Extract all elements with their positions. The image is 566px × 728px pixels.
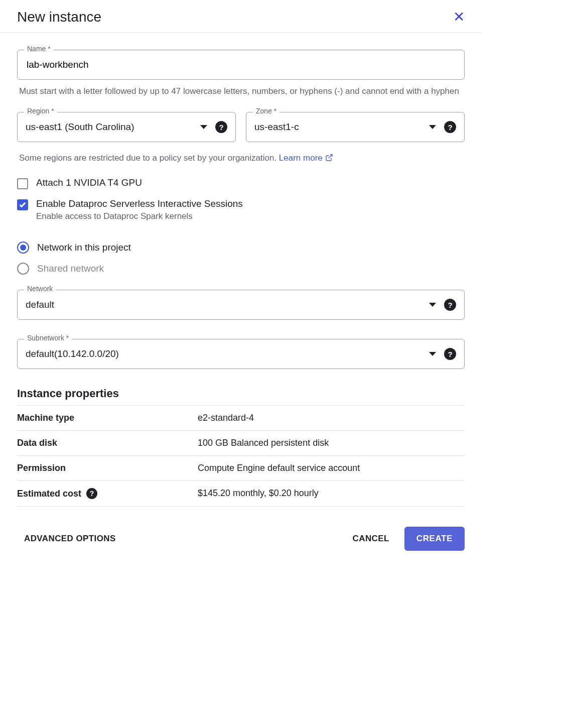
cancel-button[interactable]: CANCEL: [346, 529, 396, 549]
learn-more-link[interactable]: Learn more: [279, 153, 333, 163]
name-field: Name *: [17, 50, 465, 80]
chevron-down-icon: [429, 303, 436, 307]
prop-row-estimated-cost: Estimated cost ? $145.20 monthly, $0.20 …: [17, 480, 465, 507]
shared-network-radio[interactable]: Shared network: [17, 263, 465, 275]
subnetwork-label: Subnetwork *: [24, 334, 72, 342]
checkbox-icon: [17, 178, 28, 189]
zone-value: us-east1-c: [254, 122, 421, 133]
subnetwork-select[interactable]: Subnetwork * default(10.142.0.0/20) ?: [17, 339, 465, 369]
chevron-down-icon: [200, 125, 207, 129]
chevron-down-icon: [429, 352, 436, 356]
help-icon[interactable]: ?: [444, 121, 456, 133]
region-restriction-notice: Some regions are restricted due to a pol…: [19, 153, 463, 163]
name-helper: Must start with a letter followed by up …: [19, 85, 463, 98]
prop-row-machine-type: Machine type e2-standard-4: [17, 405, 465, 430]
network-project-radio-label: Network in this project: [37, 242, 131, 253]
network-project-radio[interactable]: Network in this project: [17, 241, 465, 254]
gpu-checkbox-label: Attach 1 NVIDIA T4 GPU: [36, 177, 142, 188]
help-icon[interactable]: ?: [444, 348, 456, 360]
dataproc-checkbox-sublabel: Enable access to Dataproc Spark kernels: [36, 211, 243, 221]
zone-label: Zone *: [253, 107, 279, 115]
region-select[interactable]: Region * us-east1 (South Carolina) ?: [17, 112, 236, 142]
network-value: default: [26, 299, 421, 310]
external-link-icon: [325, 154, 333, 162]
subnetwork-value: default(10.142.0.0/20): [26, 348, 421, 359]
prop-row-data-disk: Data disk 100 GB Balanced persistent dis…: [17, 430, 465, 455]
radio-selected-icon: [17, 241, 29, 254]
gpu-checkbox-row[interactable]: Attach 1 NVIDIA T4 GPU: [17, 177, 465, 189]
prop-row-permission: Permission Compute Engine default servic…: [17, 455, 465, 480]
dialog-title: New instance: [17, 9, 101, 25]
name-label: Name *: [24, 45, 54, 53]
region-label: Region *: [24, 107, 57, 115]
chevron-down-icon: [429, 125, 436, 129]
region-value: us-east1 (South Carolina): [26, 122, 192, 133]
help-icon[interactable]: ?: [86, 488, 97, 499]
zone-select[interactable]: Zone * us-east1-c ?: [246, 112, 465, 142]
network-label: Network: [24, 285, 56, 293]
close-icon[interactable]: ✕: [453, 10, 465, 24]
create-button[interactable]: CREATE: [404, 527, 465, 551]
checkbox-checked-icon: [17, 199, 28, 210]
dataproc-checkbox-label: Enable Dataproc Serverless Interactive S…: [36, 198, 243, 209]
network-select[interactable]: Network default ?: [17, 290, 465, 320]
advanced-options-button[interactable]: ADVANCED OPTIONS: [17, 529, 123, 549]
radio-unselected-icon: [17, 263, 29, 275]
instance-properties-heading: Instance properties: [17, 387, 465, 400]
help-icon[interactable]: ?: [215, 121, 227, 133]
dataproc-checkbox-row[interactable]: Enable Dataproc Serverless Interactive S…: [17, 198, 465, 221]
name-input[interactable]: [26, 50, 456, 79]
help-icon[interactable]: ?: [444, 299, 456, 311]
shared-network-radio-label: Shared network: [37, 263, 104, 274]
